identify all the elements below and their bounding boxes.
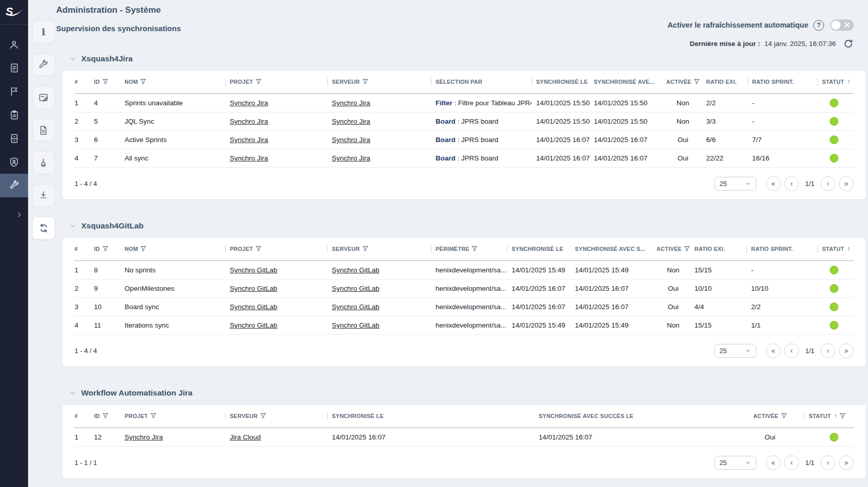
project-link[interactable]: Synchro GitLab: [230, 285, 277, 292]
sidebar-item-shield-user[interactable]: [0, 150, 28, 174]
filter-icon[interactable]: [851, 79, 854, 85]
rail-item-download[interactable]: [32, 184, 55, 207]
server-link[interactable]: Synchro Jira: [332, 154, 370, 162]
next-page-button[interactable]: ›: [821, 176, 835, 191]
rail-item-file[interactable]: [32, 119, 55, 142]
rail-item-form-edit[interactable]: [32, 86, 55, 109]
first-page-button[interactable]: «: [766, 343, 781, 358]
first-page-button[interactable]: «: [766, 176, 781, 191]
filter-icon[interactable]: [779, 413, 787, 419]
filter-icon[interactable]: [691, 79, 700, 85]
column-header-active[interactable]: ACTIVÉE: [654, 238, 694, 261]
column-header-project[interactable]: PROJET: [225, 238, 327, 261]
column-header-perimeter[interactable]: PÉRIMÈTRE: [431, 238, 507, 261]
sidebar-item-user[interactable]: [0, 33, 28, 56]
column-header-name[interactable]: NOM: [125, 71, 225, 94]
expand-sidebar-button[interactable]: [0, 211, 28, 219]
prev-page-button[interactable]: ‹: [784, 176, 799, 191]
column-header-id[interactable]: ID: [94, 238, 125, 261]
project-link[interactable]: Synchro Jira: [230, 99, 268, 107]
rail-item-wrench[interactable]: [32, 53, 55, 76]
pagination-controls: 25«‹1/1›»: [714, 176, 854, 191]
filter-icon[interactable]: [360, 79, 368, 85]
column-header-server[interactable]: SERVEUR: [327, 71, 431, 94]
column-header-status[interactable]: STATUT↑: [817, 71, 854, 94]
column-label: SYNCHRONISÉ AVE...: [594, 79, 655, 85]
squash-logo[interactable]: S: [0, 0, 28, 25]
column-header-status[interactable]: STATUT↑: [817, 238, 854, 261]
column-header-name[interactable]: NOM: [125, 238, 225, 261]
column-header-server[interactable]: SERVEUR: [327, 238, 431, 261]
column-header-project[interactable]: PROJET: [125, 405, 225, 428]
filter-icon[interactable]: [253, 246, 261, 252]
collapse-section-icon[interactable]: [69, 56, 76, 62]
filter-icon[interactable]: [682, 246, 690, 252]
sidebar-item-server[interactable]: [0, 127, 28, 150]
project-link[interactable]: Synchro Jira: [125, 433, 163, 441]
column-label: PROJET: [230, 79, 253, 85]
prev-page-button[interactable]: ‹: [784, 455, 799, 470]
filter-icon[interactable]: [100, 246, 108, 252]
server-link[interactable]: Synchro GitLab: [332, 303, 379, 311]
first-page-button[interactable]: «: [766, 455, 781, 470]
column-header-id[interactable]: ID: [94, 71, 125, 94]
help-icon[interactable]: ?: [813, 20, 824, 31]
auto-refresh-toggle[interactable]: [830, 19, 854, 31]
filter-icon[interactable]: [138, 79, 146, 85]
next-page-button[interactable]: ›: [821, 343, 835, 358]
user-icon: [8, 39, 20, 51]
page-size-select[interactable]: 25: [714, 344, 756, 358]
last-page-button[interactable]: »: [839, 455, 854, 470]
column-header-active[interactable]: ACTIVÉE: [662, 71, 706, 94]
server-link[interactable]: Synchro Jira: [332, 99, 370, 107]
last-page-button[interactable]: »: [839, 343, 854, 358]
project-link[interactable]: Synchro Jira: [230, 154, 268, 162]
sidebar-item-wrench[interactable]: [0, 174, 28, 197]
filter-icon[interactable]: [148, 413, 156, 419]
project-link[interactable]: Synchro Jira: [230, 118, 268, 125]
filter-icon[interactable]: [469, 246, 477, 252]
page-size-select[interactable]: 25: [714, 456, 756, 470]
column-header-project[interactable]: PROJET: [225, 71, 327, 94]
rail-item-broom[interactable]: [32, 151, 55, 174]
column-header-server[interactable]: SERVEUR: [225, 405, 327, 428]
rail-item-info[interactable]: i: [32, 20, 55, 43]
sort-asc-icon[interactable]: ↑: [847, 78, 850, 85]
server-link[interactable]: Synchro GitLab: [332, 321, 379, 329]
project-link[interactable]: Synchro GitLab: [230, 266, 277, 274]
server-link[interactable]: Synchro GitLab: [332, 285, 379, 292]
filter-icon[interactable]: [138, 246, 146, 252]
server-link[interactable]: Synchro Jira: [332, 136, 370, 144]
column-header-status[interactable]: STATUT↑: [804, 405, 854, 428]
project-link[interactable]: Synchro Jira: [230, 136, 268, 144]
column-header-active[interactable]: ACTIVÉE: [738, 405, 804, 428]
collapse-section-icon[interactable]: [69, 390, 76, 397]
filter-icon[interactable]: [851, 246, 854, 252]
collapse-section-icon[interactable]: [69, 223, 76, 229]
sidebar-item-clipboard[interactable]: [0, 103, 28, 127]
sort-asc-icon[interactable]: ↑: [847, 245, 850, 252]
server-link[interactable]: Synchro GitLab: [332, 266, 379, 274]
last-page-button[interactable]: »: [839, 176, 854, 191]
filter-icon[interactable]: [258, 413, 266, 419]
filter-icon[interactable]: [837, 413, 846, 419]
project-link[interactable]: Synchro GitLab: [230, 321, 277, 329]
sort-asc-icon[interactable]: ↑: [834, 412, 837, 420]
filter-icon[interactable]: [253, 79, 261, 85]
column-header-id[interactable]: ID: [94, 405, 125, 428]
sidebar-item-document-report[interactable]: [0, 56, 28, 80]
sidebar-item-flag[interactable]: [0, 80, 28, 103]
next-page-button[interactable]: ›: [821, 455, 835, 470]
server-link[interactable]: Jira Cloud: [230, 433, 261, 441]
filter-icon[interactable]: [360, 246, 368, 252]
filter-icon[interactable]: [100, 79, 108, 85]
filter-icon[interactable]: [100, 413, 108, 419]
cell-id: 8: [94, 261, 125, 280]
project-link[interactable]: Synchro GitLab: [230, 303, 277, 311]
primary-sidebar: S: [0, 0, 28, 487]
table-footer: 1 - 4 / 425«‹1/1›»: [75, 168, 854, 199]
page-size-select[interactable]: 25: [714, 177, 756, 191]
rail-item-sync[interactable]: [32, 217, 55, 240]
prev-page-button[interactable]: ‹: [784, 343, 799, 358]
server-link[interactable]: Synchro Jira: [332, 118, 370, 125]
